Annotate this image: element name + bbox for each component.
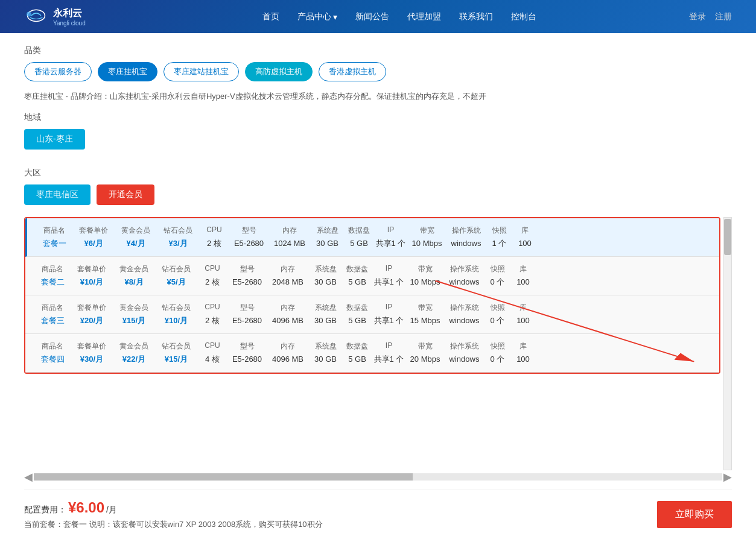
plan-row-1[interactable]: 商品名 套餐单价 黄金会员 钻石会员 CPU 型号 内存 系统盘 数据盘 IP … [25,218,719,257]
region-label: 地域 [24,112,732,123]
vertical-scrollbar[interactable] [723,217,732,470]
nav-right: 登录 注册 [689,11,732,22]
nav-contact[interactable]: 联系我们 [459,11,493,22]
scroll-right-btn[interactable]: ▶ [723,470,732,484]
logo: 永利云 Yangli cloud [24,6,86,27]
plan-data-4: 套餐四 ¥30/月 ¥22/月 ¥15/月 4 核 E5-2680 4096 M… [34,354,710,365]
area-group: 枣庄电信区 开通会员 [24,184,732,205]
plan-header-4: 商品名 套餐单价 黄金会员 钻石会员 CPU 型号 内存 系统盘 数据盘 IP … [34,341,710,351]
region-button[interactable]: 山东-枣庄 [24,129,85,150]
nav-login[interactable]: 登录 [689,11,706,22]
footer-config: 配置费用： ¥6.00 /月 当前套餐：套餐一 说明：该套餐可以安装win7 X… [24,490,732,539]
svg-point-1 [27,12,31,17]
main-content: 品类 香港云服务器 枣庄挂机宝 枣庄建站挂机宝 高防虚拟主机 香港虚拟主机 枣庄… [0,33,756,539]
scrollbar-thumb [724,219,731,255]
config-unit: /月 [106,505,117,515]
main-nav: 首页 产品中心 ▾ 新闻公告 代理加盟 联系我们 控制台 [110,11,689,22]
config-price: ¥6.00 [68,499,104,516]
plan-header-1: 商品名 套餐单价 黄金会员 钻石会员 CPU 型号 内存 系统盘 数据盘 IP … [36,225,710,236]
header: 永利云 Yangli cloud 首页 产品中心 ▾ 新闻公告 代理加盟 联系我… [0,0,756,33]
btn-zz-hangji[interactable]: 枣庄挂机宝 [98,62,157,81]
nav-console[interactable]: 控制台 [511,11,536,22]
h-scrollbar-thumb [34,473,413,481]
config-left: 配置费用： ¥6.00 /月 当前套餐：套餐一 说明：该套餐可以安装win7 X… [24,499,323,530]
category-label: 品类 [24,45,732,56]
nav-agent[interactable]: 代理加盟 [407,11,441,22]
product-description: 枣庄挂机宝 - 品牌介绍：山东挂机宝-采用永利云自研Hyper-V虚拟化技术云管… [24,90,732,103]
area-telecom[interactable]: 枣庄电信区 [24,184,91,205]
h-scrollbar-track[interactable] [34,473,722,481]
logo-name: 永利云 [53,8,82,18]
horizontal-scrollbar-area: ◀ ▶ [24,470,732,484]
plan-note: 当前套餐：套餐一 说明：该套餐可以安装win7 XP 2003 2008系统，购… [24,519,323,530]
scroll-left-btn[interactable]: ◀ [24,470,33,484]
area-vip[interactable]: 开通会员 [97,184,154,205]
plan-row-2[interactable]: 商品名 套餐单价 黄金会员 钻石会员 CPU 型号 内存 系统盘 数据盘 IP … [25,257,719,295]
nav-home[interactable]: 首页 [262,11,279,22]
nav-register[interactable]: 注册 [715,11,732,22]
plan-row-3[interactable]: 商品名 套餐单价 黄金会员 钻石会员 CPU 型号 内存 系统盘 数据盘 IP … [25,295,719,334]
plan-data-1: 套餐一 ¥6/月 ¥4/月 ¥3/月 2 核 E5-2680 1024 MB 3… [36,238,710,249]
nav-products[interactable]: 产品中心 ▾ [297,11,337,22]
plan-header-2: 商品名 套餐单价 黄金会员 钻石会员 CPU 型号 内存 系统盘 数据盘 IP … [34,264,710,274]
plan-data-3: 套餐三 ¥20/月 ¥15/月 ¥10/月 2 核 E5-2680 4096 M… [34,315,710,326]
config-label: 配置费用： [24,505,66,515]
logo-icon [24,6,48,27]
plan-data-2: 套餐二 ¥10/月 ¥8/月 ¥5/月 2 核 E5-2680 2048 MB … [34,277,710,288]
btn-zz-jianzhan[interactable]: 枣庄建站挂机宝 [164,62,239,81]
plan-row-4[interactable]: 商品名 套餐单价 黄金会员 钻石会员 CPU 型号 内存 系统盘 数据盘 IP … [25,334,719,373]
btn-hk-server[interactable]: 香港云服务器 [24,62,92,81]
btn-hk-virtual[interactable]: 香港虚拟主机 [319,62,386,81]
category-group: 香港云服务器 枣庄挂机宝 枣庄建站挂机宝 高防虚拟主机 香港虚拟主机 [24,62,732,81]
plans-table: 商品名 套餐单价 黄金会员 钻石会员 CPU 型号 内存 系统盘 数据盘 IP … [24,217,720,374]
plan-header-3: 商品名 套餐单价 黄金会员 钻石会员 CPU 型号 内存 系统盘 数据盘 IP … [34,303,710,313]
btn-gaofang[interactable]: 高防虚拟主机 [245,62,313,81]
buy-button[interactable]: 立即购买 [657,501,732,528]
nav-news[interactable]: 新闻公告 [355,11,389,22]
logo-sub: Yangli cloud [53,20,86,27]
area-label: 大区 [24,168,732,178]
